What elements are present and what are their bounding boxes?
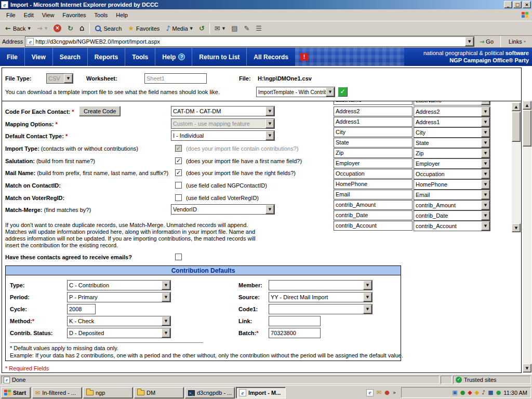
chevron-down-icon[interactable]: ▼: [481, 169, 490, 179]
maximize-button[interactable]: □: [513, 1, 522, 8]
mapping-source-field[interactable]: Zip: [334, 148, 413, 158]
chevron-right-icon[interactable]: »: [393, 390, 396, 395]
nav-view[interactable]: View: [25, 48, 53, 66]
mapping-target-select[interactable]: contrib_Account▼: [414, 221, 490, 231]
page-scrollbar[interactable]: ▲ ▼: [523, 101, 531, 373]
chevron-down-icon[interactable]: ▼: [190, 26, 193, 31]
menu-view[interactable]: View: [38, 11, 59, 19]
go-button[interactable]: → Go: [476, 36, 497, 47]
network-icon[interactable]: ▣: [452, 390, 457, 395]
method-select[interactable]: K - Check▼: [67, 316, 171, 326]
mapping-source-field[interactable]: City: [334, 127, 413, 137]
minimize-button[interactable]: _: [504, 1, 512, 8]
history-button[interactable]: ↺: [196, 22, 208, 35]
menu-favorites[interactable]: Favorites: [58, 11, 90, 19]
chevron-down-icon[interactable]: ▼: [222, 26, 225, 31]
scroll-down-icon[interactable]: ▼: [512, 223, 521, 232]
contactid-checkbox[interactable]: [175, 182, 182, 189]
matchmerge-select[interactable]: VendorID▼: [171, 204, 275, 215]
mapping-source-field[interactable]: Occupation: [334, 169, 413, 179]
messenger-icon[interactable]: ●: [460, 390, 466, 395]
voterregid-checkbox[interactable]: [175, 194, 182, 201]
mapping-target-select[interactable]: Email▼: [414, 190, 490, 200]
print-button[interactable]: ▤: [228, 22, 241, 35]
emails-checkbox[interactable]: [175, 254, 182, 260]
chevron-down-icon[interactable]: ▼: [481, 117, 490, 127]
red-alert-icon[interactable]: !: [300, 53, 308, 61]
nav-file[interactable]: File: [0, 48, 25, 66]
media-button[interactable]: ♪ Media ▼: [163, 22, 196, 35]
nav-reports[interactable]: Reports: [88, 48, 125, 66]
discuss-button[interactable]: ☰: [252, 22, 265, 35]
back-button[interactable]: ← Back ▼: [2, 22, 34, 35]
file-type-select[interactable]: CSV▼: [46, 73, 73, 84]
mapping-target-select[interactable]: Address1▼: [414, 117, 490, 127]
update-icon[interactable]: ◆: [475, 390, 479, 395]
links-button[interactable]: Links »: [504, 38, 530, 45]
period-select[interactable]: P - Primary▼: [67, 292, 171, 302]
mapping-source-field[interactable]: HomePhone: [334, 179, 413, 189]
source-select[interactable]: YY - Direct Mail Import▼: [269, 292, 373, 302]
home-button[interactable]: ⌂: [76, 22, 88, 35]
display-icon[interactable]: ■: [488, 390, 493, 395]
contributions-checkbox[interactable]: ✓: [175, 145, 182, 152]
create-code-button[interactable]: Create Code: [79, 106, 121, 116]
chevron-down-icon[interactable]: ▼: [363, 281, 372, 290]
mapping-options-select[interactable]: Custom - use mapping feature▼: [171, 118, 275, 129]
link-input[interactable]: [269, 316, 321, 326]
mapping-source-field[interactable]: contrib_Date: [334, 210, 413, 220]
mail-icon[interactable]: ✉: [377, 390, 381, 395]
chevron-down-icon[interactable]: ▼: [481, 128, 490, 137]
stop-button[interactable]: ×: [50, 22, 64, 35]
antivirus-icon[interactable]: ◆: [468, 390, 472, 395]
chevron-down-icon[interactable]: ▼: [481, 221, 490, 231]
mapping-target-select[interactable]: contrib_Date▼: [414, 210, 490, 221]
favorites-button[interactable]: ★ Favorites: [125, 22, 163, 35]
chevron-down-icon[interactable]: ▼: [481, 211, 490, 220]
nav-tools[interactable]: Tools: [125, 48, 155, 66]
volume-icon[interactable]: ♪: [482, 390, 485, 395]
chevron-down-icon[interactable]: ▼: [363, 292, 372, 302]
chevron-down-icon[interactable]: ▼: [481, 149, 490, 158]
start-button[interactable]: Start: [1, 387, 31, 398]
chevron-down-icon[interactable]: ▼: [265, 119, 274, 128]
mapping-target-select[interactable]: Address2▼: [414, 107, 490, 117]
mapping-source-field[interactable]: Address2: [334, 107, 413, 116]
mail-button[interactable]: ✉ ▼: [211, 22, 228, 35]
chevron-down-icon[interactable]: ▼: [481, 101, 490, 105]
nav-help[interactable]: Help ?: [155, 48, 192, 66]
chevron-down-icon[interactable]: ▼: [162, 328, 170, 338]
scroll-down-icon[interactable]: ▼: [523, 364, 531, 373]
mapping-source-field[interactable]: Address1: [334, 117, 413, 127]
mapping-target-select[interactable]: State▼: [414, 138, 490, 148]
forward-button[interactable]: → ▼: [34, 22, 50, 35]
mapping-target-select[interactable]: contrib_Amount▼: [414, 200, 490, 210]
batch-input[interactable]: [269, 328, 321, 338]
mapping-source-field[interactable]: State: [334, 138, 413, 148]
taskbar-button-dm[interactable]: DM: [134, 387, 184, 398]
chevron-down-icon[interactable]: ▼: [265, 107, 274, 116]
taskbar-button-d3cngpdb[interactable]: >_ d3cngpdb - ...: [185, 387, 235, 398]
scrollbar-thumb[interactable]: [512, 112, 521, 142]
chevron-down-icon[interactable]: ▼: [481, 190, 490, 200]
mapping-target-select[interactable]: HomePhone▼: [414, 179, 490, 190]
chevron-down-icon[interactable]: ▼: [363, 304, 372, 314]
chevron-down-icon[interactable]: ▼: [481, 201, 490, 210]
code-select[interactable]: CAT-DM - CAT-DM▼: [171, 106, 275, 116]
cycle-input[interactable]: [67, 304, 96, 314]
mapping-target-select[interactable]: City▼: [414, 127, 490, 138]
chevron-down-icon[interactable]: ▼: [265, 205, 274, 214]
mailname-checkbox[interactable]: ✓: [175, 169, 182, 176]
mapping-source-field[interactable]: contrib_Account: [334, 221, 413, 231]
nav-search[interactable]: Search: [53, 48, 88, 66]
nav-all-records[interactable]: All Records: [247, 48, 295, 66]
scroll-up-icon[interactable]: ▲: [523, 101, 531, 110]
mapping-source-field[interactable]: Employer: [334, 158, 413, 168]
type-select[interactable]: C - Contribution▼: [67, 280, 171, 290]
edit-button[interactable]: ✎: [241, 22, 252, 35]
chevron-down-icon[interactable]: ▼: [481, 138, 490, 148]
import-template-select[interactable]: ImportTemplate - With Contributions▼: [256, 87, 335, 97]
chevron-down-icon[interactable]: ▼: [162, 281, 170, 290]
mapping-scrollbar[interactable]: ▲ ▼: [512, 102, 521, 232]
nav-return-to-list[interactable]: Return to List: [192, 48, 247, 66]
